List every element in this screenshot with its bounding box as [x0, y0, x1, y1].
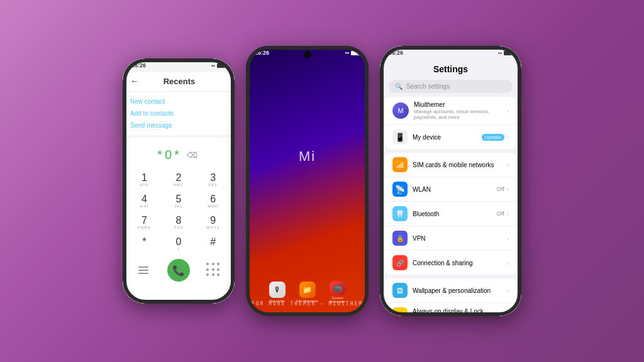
recorder-icon: 🎙	[269, 282, 286, 298]
chevron-icon-account: ›	[507, 107, 509, 114]
aod-icon: 🔆	[392, 307, 408, 316]
key-letters-5: JKL	[174, 204, 182, 208]
sim-icon: 📶	[392, 157, 408, 172]
signal-icon-right: ▪▪	[498, 50, 502, 56]
settings-item-account[interactable]: M Miuithemer Manage accounts, cloud serv…	[385, 97, 516, 125]
search-placeholder-text: Search settings	[406, 83, 450, 90]
phone-right: 16:26 ▪▪ Settings 🔍 Search settings	[380, 46, 521, 316]
key-letters-1: GIO	[140, 183, 148, 187]
dial-key-2[interactable]: 2 ABC	[162, 170, 196, 190]
app-screen-recorder[interactable]: 📹 Screen Recorder	[326, 281, 349, 304]
status-bar-left: 16:26 ▪▪	[123, 58, 235, 72]
backspace-button[interactable]: ⌫	[187, 151, 200, 160]
chevron-icon-sim: ›	[507, 162, 509, 168]
dial-key-star[interactable]: *	[128, 234, 161, 254]
chevron-icon-bluetooth: ›	[507, 211, 509, 217]
dialer: *0* ⌫ 1 GIO 2 ABC 3 DEF	[123, 138, 235, 304]
dial-key-1[interactable]: 1 GIO	[128, 170, 161, 190]
signal-icon-center: ▪▪	[345, 50, 349, 56]
connection-icon: 🔗	[392, 255, 408, 270]
settings-item-bluetooth[interactable]: 🦷 Bluetooth Off ›	[385, 202, 516, 226]
dial-key-9[interactable]: 9 WXYZ	[196, 212, 230, 233]
phones-container: 16:26 ▪▪ ← Recents New contact Add to co…	[123, 46, 521, 316]
key-number-4: 4	[142, 194, 147, 204]
keypad-button[interactable]	[206, 263, 221, 278]
signal-icon: ▪▪	[211, 63, 215, 69]
new-contact-link[interactable]: New contact	[130, 96, 227, 107]
dial-key-6[interactable]: 6 MNO	[196, 191, 230, 211]
kd4	[206, 268, 209, 271]
wallpaper-icon: 🖼	[392, 283, 408, 298]
settings-item-connection[interactable]: 🔗 Connection & sharing ›	[385, 251, 516, 275]
settings-item-sim[interactable]: 📶 SIM cards & mobile networks ›	[385, 153, 516, 177]
chevron-icon-wallpaper: ›	[507, 287, 509, 294]
key-letters-2: ABC	[174, 183, 183, 187]
personalization-section: 🖼 Wallpaper & personalization › 🔆 Always…	[385, 278, 516, 316]
status-time-center: 16:26	[255, 50, 269, 56]
app-file-manager[interactable]: 📁 File Manager	[296, 281, 319, 304]
aod-title: Always on display & Lock screen	[413, 308, 502, 316]
key-letters-0: +	[177, 247, 180, 251]
dial-key-8[interactable]: 8 TUV	[162, 212, 196, 233]
battery-icon-right	[504, 51, 513, 55]
wlan-title: WLAN	[413, 186, 492, 193]
kd1	[206, 263, 209, 265]
update-badge: Update	[482, 134, 504, 141]
screen-recorder-icon: 📹	[330, 281, 346, 295]
dial-key-0[interactable]: 0 +	[162, 234, 196, 254]
aod-info: Always on display & Lock screen	[413, 308, 502, 316]
app-recorder[interactable]: 🎙 Recorder	[266, 281, 289, 304]
settings-item-wlan[interactable]: 📡 WLAN Off ›	[385, 177, 516, 202]
bluetooth-value: Off	[497, 211, 504, 217]
search-icon: 🔍	[395, 83, 402, 90]
vpn-right: ›	[507, 235, 509, 242]
account-subtitle: Manage accounts, cloud services, payment…	[414, 109, 502, 120]
vpn-info: VPN	[413, 235, 502, 242]
key-number-2: 2	[176, 173, 182, 183]
device-info: My device	[413, 134, 477, 141]
status-icons-left: ▪▪	[211, 63, 226, 69]
dial-key-3[interactable]: 3 DEF	[196, 170, 230, 190]
status-time-left: 16:26	[131, 62, 146, 69]
connection-title: Connection & sharing	[413, 260, 502, 266]
kd5	[212, 268, 214, 271]
key-letters-4: GHI	[140, 204, 148, 208]
settings-header: Settings	[380, 60, 521, 77]
mi-logo-text: Mi	[299, 148, 316, 165]
key-letters-6: MNO	[208, 204, 218, 208]
add-to-contacts-link[interactable]: Add to contacts	[130, 107, 227, 119]
back-button[interactable]: ←	[130, 76, 139, 86]
dial-key-7[interactable]: 7 PQRS	[128, 212, 161, 233]
key-number-hash: #	[210, 237, 216, 247]
account-chevron: ›	[507, 107, 509, 114]
account-name: Miuithemer	[414, 101, 502, 108]
chevron-icon-aod: ›	[507, 312, 509, 317]
dial-key-4[interactable]: 4 GHI	[128, 191, 161, 211]
app-dock: 🎙 Recorder 📁 File Manager 📹 Screen Recor…	[266, 281, 349, 304]
user-avatar: M	[392, 102, 409, 119]
aod-right: ›	[507, 312, 509, 317]
device-title: My device	[413, 134, 477, 141]
file-manager-icon: 📁	[299, 282, 316, 298]
settings-title: Settings	[433, 64, 468, 74]
dial-key-5[interactable]: 5 JKL	[162, 191, 196, 211]
settings-item-device[interactable]: 📱 My device Update ›	[385, 125, 516, 149]
settings-search-bar[interactable]: 🔍 Search settings	[389, 80, 513, 93]
settings-item-vpn[interactable]: 🔒 VPN ›	[385, 226, 516, 251]
key-number-1: 1	[142, 173, 147, 183]
device-right: Update ›	[482, 134, 509, 141]
account-section: M Miuithemer Manage accounts, cloud serv…	[385, 97, 516, 149]
menu-line-3	[138, 273, 148, 274]
account-info: Miuithemer Manage accounts, cloud servic…	[414, 101, 502, 120]
settings-item-aod[interactable]: 🔆 Always on display & Lock screen ›	[385, 303, 516, 316]
wlan-info: WLAN	[413, 186, 492, 193]
key-number-5: 5	[176, 194, 182, 204]
key-number-3: 3	[210, 173, 216, 183]
send-message-link[interactable]: Send message	[130, 119, 227, 131]
dial-key-hash[interactable]: #	[196, 234, 230, 254]
menu-button[interactable]	[136, 263, 151, 278]
call-button[interactable]: 📞	[167, 259, 190, 282]
key-number-9: 9	[210, 216, 216, 226]
bluetooth-title: Bluetooth	[413, 211, 492, 217]
settings-item-wallpaper[interactable]: 🖼 Wallpaper & personalization ›	[385, 278, 516, 303]
